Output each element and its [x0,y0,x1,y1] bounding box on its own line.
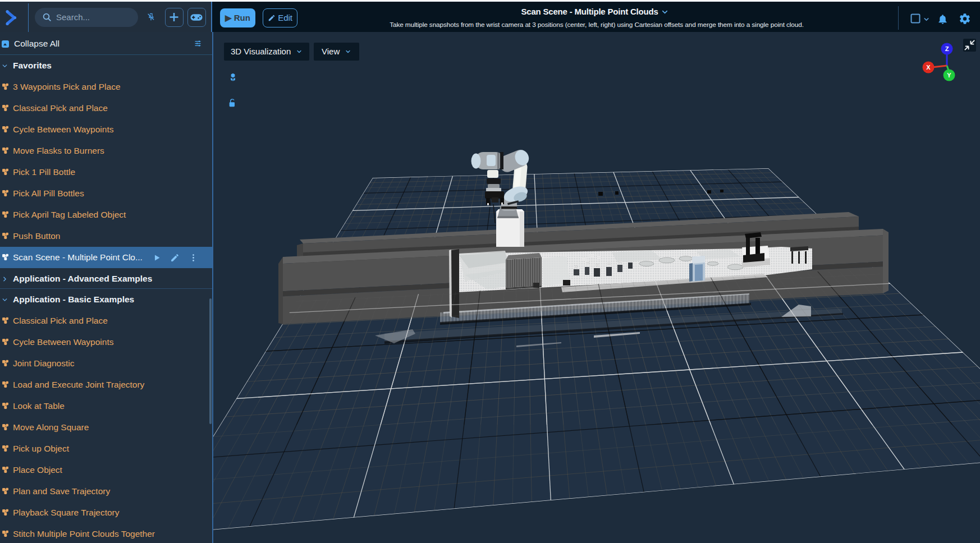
svg-text:Z: Z [945,45,949,52]
svg-text:X: X [926,64,931,71]
svg-text:Y: Y [947,72,951,79]
